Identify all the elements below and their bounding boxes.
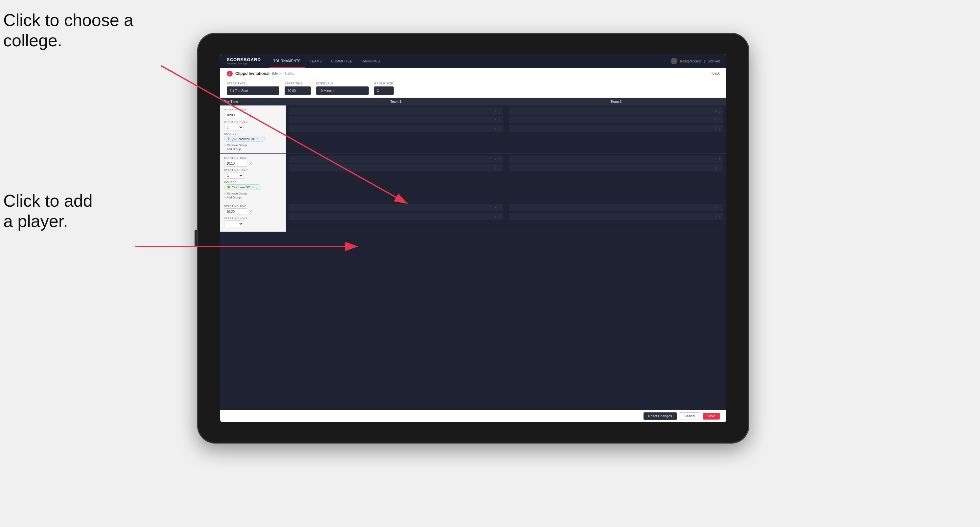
course-remove-2[interactable]: × <box>251 185 253 189</box>
nav-link-teams[interactable]: TEAMS <box>305 54 326 68</box>
group-size-select[interactable]: 3 <box>374 86 394 95</box>
brand-title: SCOREBOARD <box>227 57 261 62</box>
intervals-select[interactable]: 10 Minutes <box>316 86 369 95</box>
player-slot[interactable]: × ⋮ <box>509 116 723 123</box>
player-edit-icon[interactable]: ⋮ <box>718 110 721 113</box>
player-slot[interactable]: × ⋮ <box>509 164 723 171</box>
group-2-team1: × ⋮ × ⋮ <box>286 154 506 202</box>
player-edit-icon[interactable]: ⋮ <box>498 127 501 130</box>
starting-hole-field-2: 1 <box>224 172 282 179</box>
course-icon-1: 🏌 <box>227 137 231 140</box>
group-1-left: STARTING TIME: 🕐 STARTING HOLE: 1 COURSE… <box>220 105 286 154</box>
nav-brand: SCOREBOARD Powered by clippd <box>227 57 261 65</box>
th-team2: Team 2 <box>506 98 726 105</box>
player-x-icon[interactable]: × <box>715 214 717 218</box>
player-x-icon[interactable]: × <box>715 118 717 122</box>
player-slot[interactable]: × ⋮ <box>509 108 723 115</box>
brand-sub: Powered by clippd <box>227 62 261 65</box>
nav-links: TOURNAMENTS TEAMS COMMITTEE RANKINGS <box>269 54 671 68</box>
player-slot[interactable]: × ⋮ <box>288 156 503 163</box>
user-email: blair@clippd.io <box>680 59 702 63</box>
player-x-icon[interactable]: × <box>495 166 496 170</box>
start-type-label: Start Type <box>227 82 279 85</box>
starting-hole-select-1[interactable]: 1 <box>224 124 244 130</box>
remove-group-link-1[interactable]: ○ Remove Group <box>224 144 282 147</box>
tournament-badge: (Men) <box>272 71 281 75</box>
player-edit-icon[interactable]: ⋮ <box>718 206 721 210</box>
starting-time-field-1: 🕐 <box>224 112 282 118</box>
th-team1: Team 1 <box>286 98 506 105</box>
nav-link-committee[interactable]: COMMITTEE <box>326 54 357 68</box>
player-x-icon[interactable]: × <box>495 110 496 113</box>
player-x-icon[interactable]: × <box>495 214 496 218</box>
player-slot[interactable]: × ⋮ <box>509 156 723 163</box>
player-slot[interactable]: × ⋮ <box>509 124 723 132</box>
avatar <box>671 58 677 64</box>
player-x-icon[interactable]: × <box>715 110 717 113</box>
player-x-icon[interactable]: × <box>495 206 496 210</box>
sign-out-link[interactable]: Sign out <box>708 59 720 63</box>
player-edit-icon[interactable]: ⋮ <box>718 166 721 170</box>
player-x-icon[interactable]: × <box>495 118 496 122</box>
add-group-link-2[interactable]: + Add Group <box>224 196 282 199</box>
start-type-select[interactable]: 1st Tee Start <box>227 86 279 95</box>
starting-time-input-3[interactable] <box>224 208 247 215</box>
course-remove-1[interactable]: × <box>257 137 259 141</box>
player-slot[interactable]: × ⋮ <box>288 204 503 211</box>
player-edit-icon[interactable]: ⋮ <box>718 214 721 218</box>
player-slot[interactable]: × ⋮ <box>288 164 503 171</box>
starting-hole-select-3[interactable]: 1 <box>224 221 244 227</box>
player-edit-icon[interactable]: ⋮ <box>718 127 721 130</box>
player-add-icon[interactable]: × <box>495 127 496 130</box>
starting-time-label-3: STARTING TIME: <box>224 205 282 208</box>
group-3-team2: × ⋮ × ⋮ <box>506 202 726 232</box>
clock-icon-2: 🕐 <box>248 162 252 165</box>
starting-time-input-2[interactable] <box>224 160 247 167</box>
player-x-icon[interactable]: × <box>495 158 496 161</box>
annotation-choose-college: Click to choose acollege. <box>3 10 134 51</box>
player-slot[interactable]: × ⋮ <box>509 213 723 220</box>
tablet-shell: SCOREBOARD Powered by clippd TOURNAMENTS… <box>197 33 749 444</box>
player-edit-icon[interactable]: ⋮ <box>498 118 501 122</box>
player-x-icon[interactable]: × <box>715 206 717 210</box>
player-edit-icon[interactable]: ⋮ <box>718 118 721 122</box>
course-tag-2[interactable]: 🌳 East Lake GC × ⋮ <box>224 184 261 190</box>
player-slot[interactable]: × ⋮ <box>288 116 503 123</box>
starting-time-label-1: STARTING TIME: <box>224 108 282 111</box>
player-slot[interactable]: × ⋮ <box>288 213 503 220</box>
reset-changes-button[interactable]: Reset Changes <box>643 412 677 420</box>
course-edit-2[interactable]: ⋮ <box>255 185 258 189</box>
player-slot[interactable]: × ⋮ <box>509 204 723 211</box>
player-edit-icon[interactable]: ⋮ <box>498 206 501 210</box>
course-edit-1[interactable]: ⋮ <box>259 137 263 141</box>
save-button[interactable]: Save <box>703 413 720 419</box>
course-name-1: (A) Peachtree GC <box>232 137 255 141</box>
main-content[interactable]: STARTING TIME: 🕐 STARTING HOLE: 1 COURSE… <box>220 105 726 410</box>
clock-icon-3: 🕐 <box>248 210 252 214</box>
course-name-2: East Lake GC <box>232 186 250 189</box>
remove-group-link-2[interactable]: ○ Remove Group <box>224 192 282 195</box>
player-edit-icon[interactable]: ⋮ <box>498 214 501 218</box>
starting-time-input-1[interactable] <box>224 112 247 118</box>
player-slot[interactable]: × ⋮ <box>288 124 503 132</box>
player-x-icon[interactable]: × <box>715 158 717 161</box>
player-edit-icon[interactable]: ⋮ <box>498 158 501 161</box>
group-size-group: Group Size 3 <box>374 82 394 95</box>
cancel-button[interactable]: Cancel <box>679 412 700 420</box>
course-tag-1[interactable]: 🏌 (A) Peachtree GC × ⋮ <box>224 136 266 141</box>
add-group-link-1[interactable]: + Add Group <box>224 148 282 151</box>
nav-link-tournaments[interactable]: TOURNAMENTS <box>269 54 305 68</box>
player-edit-icon[interactable]: ⋮ <box>498 110 501 113</box>
back-button[interactable]: < Back <box>710 71 720 75</box>
nav-link-rankings[interactable]: RANKINGS <box>357 54 385 68</box>
player-slot[interactable]: × ⋮ <box>288 108 503 115</box>
player-add-icon[interactable]: × <box>715 127 717 130</box>
player-x-icon[interactable]: × <box>715 166 717 170</box>
start-time-label: Start Time <box>285 82 311 85</box>
start-time-input[interactable] <box>285 86 311 95</box>
starting-hole-select-2[interactable]: 1 <box>224 172 244 179</box>
starting-hole-field-3: 1 <box>224 221 282 227</box>
player-edit-icon[interactable]: ⋮ <box>718 158 721 161</box>
start-time-group: Start Time <box>285 82 311 95</box>
player-edit-icon[interactable]: ⋮ <box>498 166 501 170</box>
